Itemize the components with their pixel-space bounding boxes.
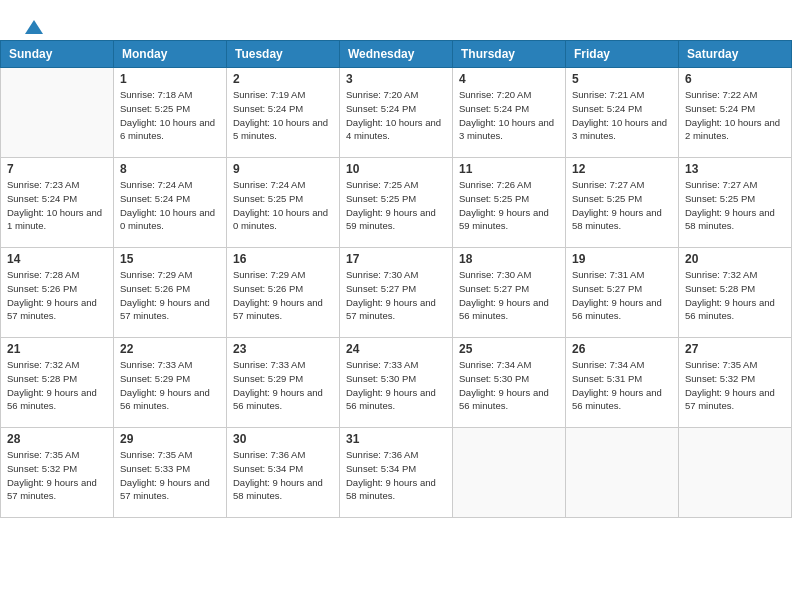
- calendar-cell: 6Sunrise: 7:22 AM Sunset: 5:24 PM Daylig…: [679, 68, 792, 158]
- day-number: 7: [7, 162, 107, 176]
- day-number: 25: [459, 342, 559, 356]
- day-info: Sunrise: 7:27 AM Sunset: 5:25 PM Dayligh…: [685, 178, 785, 233]
- calendar-cell: 7Sunrise: 7:23 AM Sunset: 5:24 PM Daylig…: [1, 158, 114, 248]
- calendar-cell: 13Sunrise: 7:27 AM Sunset: 5:25 PM Dayli…: [679, 158, 792, 248]
- col-header-saturday: Saturday: [679, 41, 792, 68]
- calendar-cell: 20Sunrise: 7:32 AM Sunset: 5:28 PM Dayli…: [679, 248, 792, 338]
- calendar-cell: 19Sunrise: 7:31 AM Sunset: 5:27 PM Dayli…: [566, 248, 679, 338]
- col-header-wednesday: Wednesday: [340, 41, 453, 68]
- svg-marker-0: [25, 20, 43, 34]
- day-number: 19: [572, 252, 672, 266]
- day-info: Sunrise: 7:32 AM Sunset: 5:28 PM Dayligh…: [7, 358, 107, 413]
- logo: [24, 18, 44, 32]
- calendar-cell: 11Sunrise: 7:26 AM Sunset: 5:25 PM Dayli…: [453, 158, 566, 248]
- day-info: Sunrise: 7:29 AM Sunset: 5:26 PM Dayligh…: [120, 268, 220, 323]
- day-info: Sunrise: 7:33 AM Sunset: 5:29 PM Dayligh…: [233, 358, 333, 413]
- day-info: Sunrise: 7:18 AM Sunset: 5:25 PM Dayligh…: [120, 88, 220, 143]
- calendar-cell: 14Sunrise: 7:28 AM Sunset: 5:26 PM Dayli…: [1, 248, 114, 338]
- day-number: 10: [346, 162, 446, 176]
- calendar-cell: 17Sunrise: 7:30 AM Sunset: 5:27 PM Dayli…: [340, 248, 453, 338]
- calendar-cell: 26Sunrise: 7:34 AM Sunset: 5:31 PM Dayli…: [566, 338, 679, 428]
- calendar-cell: 28Sunrise: 7:35 AM Sunset: 5:32 PM Dayli…: [1, 428, 114, 518]
- day-info: Sunrise: 7:35 AM Sunset: 5:32 PM Dayligh…: [7, 448, 107, 503]
- day-number: 11: [459, 162, 559, 176]
- day-number: 24: [346, 342, 446, 356]
- calendar-cell: 12Sunrise: 7:27 AM Sunset: 5:25 PM Dayli…: [566, 158, 679, 248]
- calendar-cell: 8Sunrise: 7:24 AM Sunset: 5:24 PM Daylig…: [114, 158, 227, 248]
- day-info: Sunrise: 7:34 AM Sunset: 5:31 PM Dayligh…: [572, 358, 672, 413]
- calendar-cell: 30Sunrise: 7:36 AM Sunset: 5:34 PM Dayli…: [227, 428, 340, 518]
- week-row-1: 1Sunrise: 7:18 AM Sunset: 5:25 PM Daylig…: [1, 68, 792, 158]
- day-info: Sunrise: 7:26 AM Sunset: 5:25 PM Dayligh…: [459, 178, 559, 233]
- calendar-cell: 4Sunrise: 7:20 AM Sunset: 5:24 PM Daylig…: [453, 68, 566, 158]
- day-info: Sunrise: 7:36 AM Sunset: 5:34 PM Dayligh…: [233, 448, 333, 503]
- day-number: 15: [120, 252, 220, 266]
- day-number: 30: [233, 432, 333, 446]
- week-row-4: 21Sunrise: 7:32 AM Sunset: 5:28 PM Dayli…: [1, 338, 792, 428]
- day-number: 2: [233, 72, 333, 86]
- calendar-cell: 15Sunrise: 7:29 AM Sunset: 5:26 PM Dayli…: [114, 248, 227, 338]
- calendar-cell: [453, 428, 566, 518]
- day-number: 1: [120, 72, 220, 86]
- calendar-cell: 25Sunrise: 7:34 AM Sunset: 5:30 PM Dayli…: [453, 338, 566, 428]
- day-info: Sunrise: 7:20 AM Sunset: 5:24 PM Dayligh…: [346, 88, 446, 143]
- logo-icon: [25, 18, 43, 36]
- calendar-cell: 2Sunrise: 7:19 AM Sunset: 5:24 PM Daylig…: [227, 68, 340, 158]
- calendar-cell: 16Sunrise: 7:29 AM Sunset: 5:26 PM Dayli…: [227, 248, 340, 338]
- calendar-cell: 1Sunrise: 7:18 AM Sunset: 5:25 PM Daylig…: [114, 68, 227, 158]
- day-info: Sunrise: 7:25 AM Sunset: 5:25 PM Dayligh…: [346, 178, 446, 233]
- header: [0, 0, 792, 40]
- col-header-tuesday: Tuesday: [227, 41, 340, 68]
- calendar-cell: [679, 428, 792, 518]
- day-number: 17: [346, 252, 446, 266]
- day-number: 26: [572, 342, 672, 356]
- day-info: Sunrise: 7:21 AM Sunset: 5:24 PM Dayligh…: [572, 88, 672, 143]
- day-number: 16: [233, 252, 333, 266]
- calendar-cell: 9Sunrise: 7:24 AM Sunset: 5:25 PM Daylig…: [227, 158, 340, 248]
- week-row-3: 14Sunrise: 7:28 AM Sunset: 5:26 PM Dayli…: [1, 248, 792, 338]
- day-info: Sunrise: 7:30 AM Sunset: 5:27 PM Dayligh…: [459, 268, 559, 323]
- day-number: 28: [7, 432, 107, 446]
- calendar-cell: [566, 428, 679, 518]
- col-header-sunday: Sunday: [1, 41, 114, 68]
- day-info: Sunrise: 7:29 AM Sunset: 5:26 PM Dayligh…: [233, 268, 333, 323]
- day-number: 4: [459, 72, 559, 86]
- day-number: 29: [120, 432, 220, 446]
- day-info: Sunrise: 7:34 AM Sunset: 5:30 PM Dayligh…: [459, 358, 559, 413]
- day-number: 9: [233, 162, 333, 176]
- day-info: Sunrise: 7:27 AM Sunset: 5:25 PM Dayligh…: [572, 178, 672, 233]
- day-info: Sunrise: 7:35 AM Sunset: 5:32 PM Dayligh…: [685, 358, 785, 413]
- day-number: 18: [459, 252, 559, 266]
- day-info: Sunrise: 7:33 AM Sunset: 5:29 PM Dayligh…: [120, 358, 220, 413]
- day-info: Sunrise: 7:32 AM Sunset: 5:28 PM Dayligh…: [685, 268, 785, 323]
- day-info: Sunrise: 7:30 AM Sunset: 5:27 PM Dayligh…: [346, 268, 446, 323]
- day-number: 14: [7, 252, 107, 266]
- day-info: Sunrise: 7:24 AM Sunset: 5:24 PM Dayligh…: [120, 178, 220, 233]
- day-number: 6: [685, 72, 785, 86]
- day-number: 12: [572, 162, 672, 176]
- day-info: Sunrise: 7:28 AM Sunset: 5:26 PM Dayligh…: [7, 268, 107, 323]
- calendar: SundayMondayTuesdayWednesdayThursdayFrid…: [0, 40, 792, 518]
- calendar-cell: 10Sunrise: 7:25 AM Sunset: 5:25 PM Dayli…: [340, 158, 453, 248]
- day-info: Sunrise: 7:36 AM Sunset: 5:34 PM Dayligh…: [346, 448, 446, 503]
- calendar-cell: 21Sunrise: 7:32 AM Sunset: 5:28 PM Dayli…: [1, 338, 114, 428]
- col-header-monday: Monday: [114, 41, 227, 68]
- day-info: Sunrise: 7:23 AM Sunset: 5:24 PM Dayligh…: [7, 178, 107, 233]
- calendar-cell: 24Sunrise: 7:33 AM Sunset: 5:30 PM Dayli…: [340, 338, 453, 428]
- col-header-friday: Friday: [566, 41, 679, 68]
- calendar-cell: 5Sunrise: 7:21 AM Sunset: 5:24 PM Daylig…: [566, 68, 679, 158]
- calendar-cell: 3Sunrise: 7:20 AM Sunset: 5:24 PM Daylig…: [340, 68, 453, 158]
- header-row: SundayMondayTuesdayWednesdayThursdayFrid…: [1, 41, 792, 68]
- calendar-cell: 31Sunrise: 7:36 AM Sunset: 5:34 PM Dayli…: [340, 428, 453, 518]
- calendar-cell: [1, 68, 114, 158]
- week-row-5: 28Sunrise: 7:35 AM Sunset: 5:32 PM Dayli…: [1, 428, 792, 518]
- day-number: 27: [685, 342, 785, 356]
- day-number: 31: [346, 432, 446, 446]
- calendar-cell: 23Sunrise: 7:33 AM Sunset: 5:29 PM Dayli…: [227, 338, 340, 428]
- day-number: 23: [233, 342, 333, 356]
- day-info: Sunrise: 7:19 AM Sunset: 5:24 PM Dayligh…: [233, 88, 333, 143]
- day-info: Sunrise: 7:24 AM Sunset: 5:25 PM Dayligh…: [233, 178, 333, 233]
- day-number: 8: [120, 162, 220, 176]
- calendar-cell: 29Sunrise: 7:35 AM Sunset: 5:33 PM Dayli…: [114, 428, 227, 518]
- day-info: Sunrise: 7:35 AM Sunset: 5:33 PM Dayligh…: [120, 448, 220, 503]
